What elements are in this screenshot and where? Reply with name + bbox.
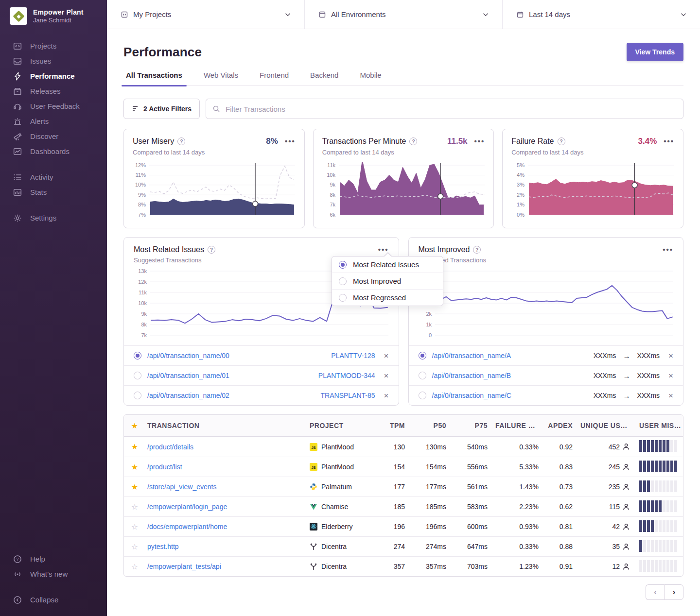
- tab-web-vitals[interactable]: Web Vitals: [201, 71, 241, 86]
- project-filter-dropdown[interactable]: My Projects: [107, 0, 304, 29]
- sidebar-footer: ? Help What’s new: [0, 551, 107, 582]
- sidebar-item-projects[interactable]: Projects: [0, 38, 107, 53]
- card-title: User Misery: [133, 137, 174, 146]
- issue-link[interactable]: TRANSPLANT-85: [321, 392, 375, 399]
- card-menu-button[interactable]: •••: [474, 139, 485, 144]
- close-icon[interactable]: ×: [668, 352, 673, 360]
- transaction-link[interactable]: /api/0/transaction_name/02: [147, 392, 315, 399]
- radio-button[interactable]: [419, 392, 426, 399]
- widget-menu-button[interactable]: •••: [663, 247, 673, 252]
- widget-menu-button[interactable]: •••: [378, 247, 389, 252]
- pagination-next-button[interactable]: ›: [665, 584, 683, 600]
- project-name: Palmatum: [321, 483, 352, 491]
- star-icon[interactable]: ★: [131, 443, 138, 451]
- close-icon[interactable]: ×: [668, 372, 673, 380]
- sidebar-item-stats[interactable]: Stats: [0, 185, 107, 200]
- radio-button[interactable]: [419, 352, 426, 359]
- star-icon[interactable]: ☆: [131, 563, 138, 571]
- close-icon[interactable]: ×: [384, 372, 389, 380]
- platform-icon: [310, 543, 317, 550]
- transaction-link[interactable]: /empowerplant/login_page: [147, 503, 227, 511]
- svg-text:8%: 8%: [138, 202, 146, 207]
- transaction-link[interactable]: /api/0/transaction_name/00: [147, 352, 325, 359]
- sidebar-item-dashboards[interactable]: Dashboards: [0, 144, 107, 159]
- sidebar-item-releases[interactable]: Releases: [0, 84, 107, 99]
- sidebar-tertiary-nav: Settings: [0, 210, 107, 225]
- svg-text:8k: 8k: [141, 322, 147, 327]
- page-filter-bar: My Projects All Environments Last 14 day…: [107, 0, 700, 29]
- transaction-link[interactable]: /docs/empowerplant/home: [147, 523, 227, 530]
- help-icon: ?: [13, 555, 22, 564]
- project-name: Chamise: [321, 503, 348, 511]
- environment-filter-value: All Environments: [331, 10, 478, 18]
- sidebar-item-performance[interactable]: Performance: [0, 68, 107, 84]
- help-icon[interactable]: ?: [177, 137, 185, 145]
- star-icon[interactable]: ★: [131, 483, 138, 491]
- search-icon: [212, 105, 220, 113]
- radio-button: [339, 277, 347, 285]
- transaction-link[interactable]: /api/0/transaction_name/A: [432, 352, 588, 359]
- radio-button[interactable]: [134, 372, 141, 379]
- radio-button[interactable]: [134, 392, 141, 399]
- menu-option-most-related-issues[interactable]: Most Related Issues: [332, 257, 443, 273]
- help-icon[interactable]: ?: [409, 137, 417, 145]
- svg-text:2%: 2%: [517, 192, 525, 198]
- view-trends-button[interactable]: View Trends: [627, 43, 683, 61]
- table-header: ★ TRANSACTION PROJECT TPM P50 P75 FAILUR…: [124, 415, 683, 437]
- tab-all-transactions[interactable]: All Transactions: [123, 71, 185, 86]
- menu-option-most-improved[interactable]: Most Improved: [332, 273, 443, 289]
- search-input[interactable]: [206, 99, 683, 119]
- menu-option-most-regressed[interactable]: Most Regressed: [332, 289, 443, 306]
- transaction-link[interactable]: /api/0/transaction_name/01: [147, 372, 313, 379]
- card-subtitle: Compared to last 14 days: [511, 149, 674, 156]
- close-icon[interactable]: ×: [384, 352, 389, 360]
- list-item: /api/0/transaction_name/C XXXms → XXXms …: [409, 385, 683, 405]
- radio-button[interactable]: [134, 352, 141, 359]
- sidebar-item-discover[interactable]: Discover: [0, 129, 107, 144]
- sidebar-item-user-feedback[interactable]: User Feedback: [0, 99, 107, 114]
- collapse-button[interactable]: Collapse: [0, 592, 107, 607]
- sidebar-item-settings[interactable]: Settings: [0, 210, 107, 225]
- card-title: Transactions Per Minute: [322, 137, 406, 146]
- tab-frontend[interactable]: Frontend: [257, 71, 291, 86]
- environment-filter-dropdown[interactable]: All Environments: [304, 0, 502, 29]
- issue-link[interactable]: PLANTMOOD-344: [318, 372, 375, 379]
- table-row: ☆ /empowerplant_tests/api Dicentra 357 3…: [124, 556, 683, 576]
- org-switcher[interactable]: Empower Plant Jane Schmidt: [0, 0, 107, 28]
- star-header-icon[interactable]: ★: [131, 422, 139, 430]
- transaction-link[interactable]: /empowerplant_tests/api: [147, 563, 221, 570]
- transaction-link[interactable]: /api/0/transaction_name/B: [432, 372, 588, 379]
- star-icon[interactable]: ★: [131, 463, 138, 471]
- sidebar-item-alerts[interactable]: Alerts: [0, 114, 107, 129]
- transaction-link[interactable]: pytest.http: [147, 543, 179, 550]
- star-icon[interactable]: ☆: [131, 503, 138, 511]
- help-icon[interactable]: ?: [208, 246, 215, 254]
- date-range-dropdown[interactable]: Last 14 days: [502, 0, 700, 29]
- transaction-link[interactable]: /product/list: [147, 463, 182, 471]
- transaction-link[interactable]: /store/api_view_events: [147, 483, 216, 491]
- broadcast-icon: [13, 570, 22, 579]
- sidebar-item-help[interactable]: ? Help: [0, 551, 107, 566]
- user-misery-bars: [639, 461, 677, 472]
- pagination: ‹ ›: [123, 584, 683, 600]
- card-menu-button[interactable]: •••: [285, 139, 296, 144]
- transaction-link[interactable]: /product/details: [147, 443, 193, 451]
- transaction-link[interactable]: /api/0/transaction_name/C: [432, 392, 588, 399]
- help-icon[interactable]: ?: [473, 246, 481, 254]
- star-icon[interactable]: ☆: [131, 523, 138, 531]
- close-icon[interactable]: ×: [668, 392, 673, 400]
- pagination-prev-button[interactable]: ‹: [646, 584, 665, 600]
- close-icon[interactable]: ×: [384, 392, 389, 400]
- sidebar-item-activity[interactable]: Activity: [0, 170, 107, 185]
- help-icon[interactable]: ?: [558, 137, 565, 145]
- active-filters-button[interactable]: 2 Active Filters: [123, 99, 200, 119]
- radio-button[interactable]: [419, 372, 426, 379]
- svg-text:10%: 10%: [135, 182, 146, 188]
- issue-link[interactable]: PLANTTV-128: [331, 352, 375, 359]
- sidebar-item-whats-new[interactable]: What’s new: [0, 566, 107, 582]
- card-menu-button[interactable]: •••: [664, 139, 674, 144]
- sidebar-item-issues[interactable]: Issues: [0, 53, 107, 68]
- star-icon[interactable]: ☆: [131, 543, 138, 551]
- tab-backend[interactable]: Backend: [308, 71, 341, 86]
- tab-mobile[interactable]: Mobile: [357, 71, 384, 86]
